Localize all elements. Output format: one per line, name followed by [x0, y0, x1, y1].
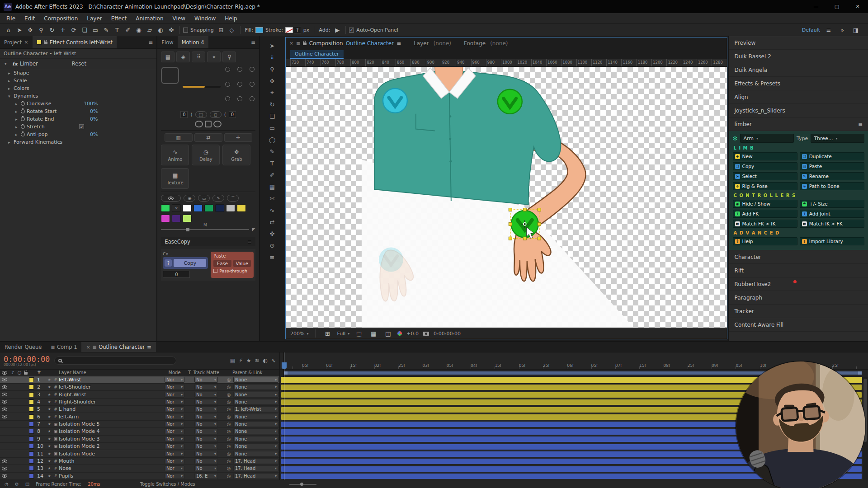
shape-tool-icon[interactable]: ▭ — [90, 25, 100, 35]
wave-tool-icon[interactable]: ∿ — [260, 204, 284, 216]
twirl-icon[interactable]: ▸ — [8, 79, 14, 83]
shy-toggle[interactable]: ★ — [46, 385, 52, 389]
workspace-label[interactable]: Default — [802, 27, 820, 33]
close-icon[interactable]: × — [86, 344, 90, 350]
tab-project[interactable]: Project× — [0, 36, 33, 48]
label-color-swatch[interactable] — [29, 392, 37, 397]
color-swatch[interactable] — [161, 204, 170, 212]
layer-row[interactable]: 10★▣Isolation Mode 2Nor▾No▾◎None▾ — [0, 443, 279, 450]
ellipse-tool-icon[interactable]: ◯ — [260, 134, 284, 145]
panel-tab-character[interactable]: Character — [729, 250, 868, 264]
rotate-tool-icon[interactable]: ↻ — [260, 99, 284, 110]
close-icon[interactable]: × — [289, 40, 293, 46]
limber-button-new[interactable]: +New — [733, 152, 797, 160]
limber-button-select[interactable]: ➤Select — [733, 172, 797, 180]
anchor-dot[interactable] — [250, 96, 255, 101]
color-swatch[interactable] — [237, 204, 246, 212]
layer-search-input[interactable] — [54, 357, 176, 365]
parent-select[interactable]: 1. left-Wrist▾ — [233, 406, 278, 412]
track-matte-select[interactable]: No▾ — [194, 392, 218, 398]
visibility-toggle[interactable] — [0, 400, 9, 404]
panel-menu-icon[interactable]: ≡ — [247, 239, 252, 245]
current-time-indicator[interactable] — [284, 352, 284, 480]
columns-icon[interactable]: ▥ — [165, 133, 193, 142]
menu-effect[interactable]: Effect — [107, 13, 132, 24]
panel-menu-icon[interactable]: ≡ — [145, 36, 156, 48]
limber-button-add-joint[interactable]: +Add Joint — [800, 210, 864, 218]
layer-name[interactable]: Isolation Mode 4 — [59, 428, 164, 434]
shy-toggle[interactable]: ★ — [46, 422, 52, 426]
blend-mode-select[interactable]: Nor▾ — [165, 458, 184, 464]
stopwatch-icon[interactable] — [21, 132, 25, 136]
parent-pickwhip-icon[interactable]: ◎ — [225, 385, 232, 389]
track-matte-select[interactable]: No▾ — [194, 421, 218, 427]
motion-button-delay[interactable]: ◷Delay — [192, 145, 220, 165]
layer-row[interactable]: 5★#L handNor▾No▾◎1. left-Wrist▾ — [0, 406, 279, 413]
menu-view[interactable]: View — [168, 13, 190, 24]
pen-pill[interactable]: ✎ — [212, 195, 224, 202]
color-swatch[interactable] — [204, 204, 213, 212]
parent-pickwhip-icon[interactable]: ◎ — [225, 429, 232, 434]
workspace-menu-icon[interactable]: ≡ — [824, 25, 834, 35]
limber-button-help[interactable]: ?Help — [733, 237, 797, 245]
panel-menu-icon[interactable]: ≡ — [247, 36, 259, 48]
reset-button[interactable]: Reset — [72, 61, 86, 67]
anchor-dot[interactable] — [225, 96, 230, 101]
puppet-pin-tool-icon[interactable]: ✜ — [166, 25, 176, 35]
toolbar-overflow-icon[interactable]: » — [837, 25, 847, 35]
limber-button-match-fk-ik[interactable]: ⇄Match FK > IK — [733, 220, 797, 228]
tab-footage[interactable]: Footage — [464, 40, 486, 47]
ease-button[interactable]: Ease — [213, 260, 231, 267]
hand-tool-icon[interactable]: ✥ — [260, 75, 284, 87]
limber-button-size[interactable]: ±+/- Size — [800, 200, 864, 208]
menu-composition[interactable]: Composition — [39, 13, 82, 24]
layer-name[interactable]: Mouth — [59, 458, 164, 464]
value-button[interactable]: Value — [233, 260, 251, 267]
track-matte-select[interactable]: No▾ — [194, 436, 218, 442]
panel-toggle-icon[interactable]: ◨ — [851, 25, 861, 35]
panel-tab-content-aware-fill[interactable]: Content-Aware Fill — [729, 318, 868, 332]
property-value[interactable]: 0% — [90, 108, 98, 114]
right-value-field[interactable]: 0 — [229, 111, 236, 118]
dots-grid-icon[interactable]: ⠿ — [260, 52, 284, 63]
layer-name[interactable]: Nose — [59, 465, 164, 471]
tab-layer[interactable]: Layer — [414, 40, 429, 47]
fill-swatch[interactable] — [255, 27, 263, 33]
parent-select[interactable]: None▾ — [233, 414, 278, 420]
limber-button-duplicate[interactable]: ❐Duplicate — [800, 152, 864, 160]
label-color-swatch[interactable] — [29, 436, 37, 441]
matte-column[interactable]: Track Matte — [193, 370, 219, 375]
layer-row[interactable]: 12★#MouthNor▾No▾◎17. Head▾ — [0, 458, 279, 465]
parent-pickwhip-icon[interactable]: ◎ — [225, 392, 232, 397]
color-swatch[interactable] — [183, 204, 192, 212]
parent-select[interactable]: 17. Head▾ — [233, 458, 278, 464]
layer-row[interactable]: 9★▣Isolation Mode 3Nor▾No▾◎None▾ — [0, 436, 279, 443]
color-swatch[interactable] — [226, 204, 235, 212]
bar-pill[interactable]: ▭ — [198, 195, 210, 202]
layer-row[interactable]: 14★#PupilsNor▾16. E▾◎17. Head▾ — [0, 473, 279, 480]
shy-toggle[interactable]: ★ — [46, 400, 52, 404]
label-color-swatch[interactable] — [29, 385, 37, 389]
panel-menu-icon[interactable]: ≡ — [396, 40, 401, 47]
ease-amount-field[interactable]: 0 — [163, 271, 190, 278]
label-color-swatch[interactable] — [29, 422, 37, 427]
pen-tool-icon[interactable]: ✎ — [101, 25, 111, 35]
parent-select[interactable]: None▾ — [233, 428, 278, 434]
add-play-icon[interactable]: ▶ — [332, 25, 342, 35]
layer-name[interactable]: L hand — [59, 406, 164, 412]
visibility-toggle[interactable] — [0, 460, 9, 463]
snapshot-camera-icon[interactable] — [423, 332, 429, 336]
shy-toggle[interactable]: ★ — [46, 429, 52, 433]
stroke-width-field[interactable]: ? — [294, 27, 301, 33]
roi-icon[interactable]: ⬚ — [354, 328, 364, 338]
color-swatch[interactable] — [193, 204, 203, 212]
active-comp-minitab[interactable]: Outline Character — [290, 50, 344, 59]
blend-mode-select[interactable]: Nor▾ — [165, 436, 184, 442]
track-matte-select[interactable]: No▾ — [194, 399, 218, 405]
visibility-toggle[interactable] — [0, 474, 9, 478]
shy-toggle[interactable]: ★ — [46, 415, 52, 419]
visibility-toggle[interactable] — [0, 415, 9, 418]
layer-row[interactable]: 1★#left-WristNor▾No▾◎None▾ — [0, 376, 279, 384]
limber-button-copy[interactable]: ❐Copy — [733, 162, 797, 170]
grid-tool-icon[interactable]: ▦ — [260, 181, 284, 192]
